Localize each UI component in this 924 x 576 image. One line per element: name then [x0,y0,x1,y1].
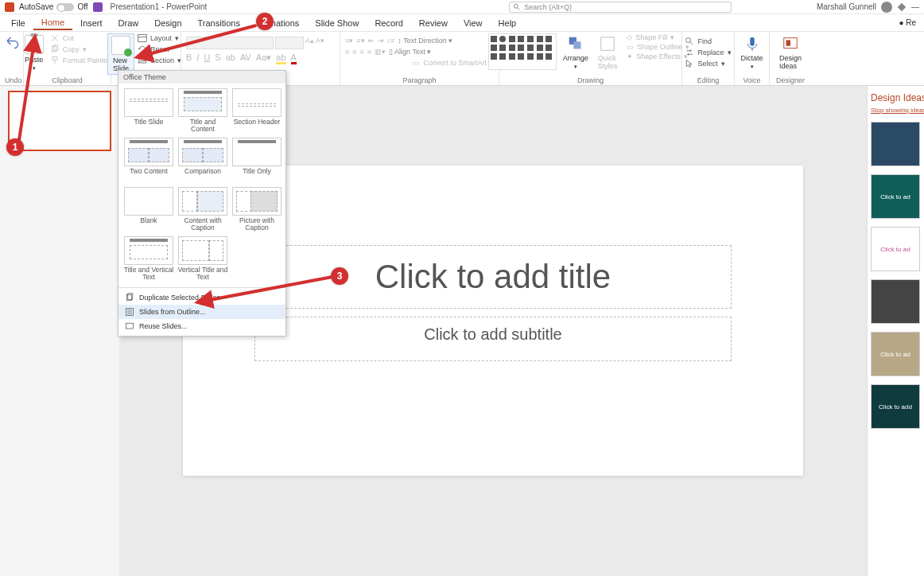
annotation-marker-2: 2 [256,13,274,30]
annotation-marker-1: 1 [6,138,24,156]
annotation-marker-3: 3 [331,267,348,285]
annotation-arrows [0,0,924,576]
